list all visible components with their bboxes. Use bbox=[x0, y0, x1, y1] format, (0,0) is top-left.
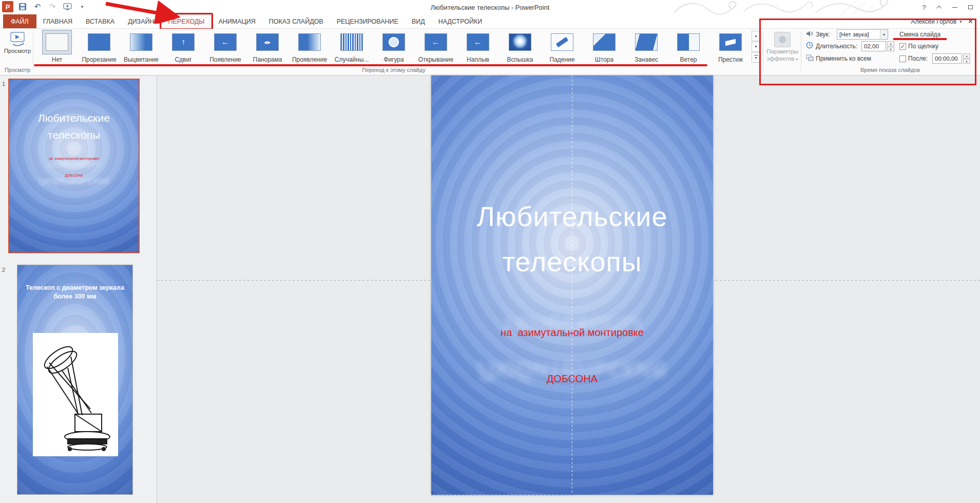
transition-curtains[interactable]: Занавес bbox=[625, 30, 667, 63]
duration-input[interactable]: 02,00 bbox=[861, 41, 886, 51]
tab-transitions[interactable]: ПЕРЕХОДЫ bbox=[161, 14, 212, 28]
transition-cut[interactable]: Прорезание bbox=[78, 30, 120, 63]
sound-select[interactable]: [Нет звука] ▾ bbox=[837, 29, 888, 40]
transition-wind[interactable]: Ветер bbox=[667, 30, 709, 63]
gallery-scroll-up-icon[interactable]: ▴ bbox=[752, 31, 760, 41]
transition-uncover[interactable]: ←Открывание bbox=[415, 30, 457, 63]
spin-up-icon[interactable]: ▴ bbox=[887, 41, 894, 46]
tab-file[interactable]: ФАЙЛ bbox=[3, 14, 36, 28]
preview-button[interactable]: Просмотр bbox=[4, 31, 31, 64]
current-slide[interactable]: Любительские телескопы на азимутальной м… bbox=[431, 76, 713, 495]
effect-options-icon bbox=[774, 32, 791, 47]
transition-cover-icon: ← bbox=[467, 33, 489, 51]
on-click-label: По щелчку bbox=[908, 43, 938, 50]
spin-down-icon[interactable]: ▾ bbox=[963, 59, 970, 64]
transition-wipe[interactable]: ←Появление bbox=[204, 30, 246, 63]
tab-insert[interactable]: ВСТАВКА bbox=[79, 14, 121, 28]
preview-group-label: Просмотр bbox=[3, 67, 32, 73]
transition-fade[interactable]: Выцветание bbox=[120, 30, 162, 63]
ribbon-display-options-icon[interactable] bbox=[933, 2, 946, 13]
transition-split[interactable]: ◂▸Панорама bbox=[246, 30, 289, 63]
transition-shape-icon bbox=[382, 33, 405, 51]
ribbon-tab-bar: ФАЙЛ ГЛАВНАЯ ВСТАВКА ДИЗАЙН ПЕРЕХОДЫ АНИ… bbox=[0, 14, 980, 29]
tab-view[interactable]: ВИД bbox=[405, 14, 432, 28]
group-separator bbox=[801, 32, 801, 71]
transition-flash-icon bbox=[509, 33, 531, 51]
transition-split-icon: ◂▸ bbox=[256, 33, 279, 51]
vertical-guide[interactable] bbox=[572, 76, 572, 495]
duration-label: Длительность: bbox=[816, 43, 857, 50]
transition-reveal[interactable]: Проявление bbox=[289, 30, 331, 63]
transition-none[interactable]: Нет bbox=[36, 30, 78, 63]
transition-flash[interactable]: Вспышка bbox=[499, 30, 541, 63]
apply-to-all-button[interactable]: Применить ко всем bbox=[806, 53, 871, 64]
office-background-ornament bbox=[672, 0, 908, 15]
spin-up-icon[interactable]: ▴ bbox=[963, 53, 970, 59]
sound-value: [Нет звука] bbox=[837, 31, 880, 38]
gallery-more-icon[interactable]: ▾ bbox=[752, 52, 760, 63]
after-checkbox[interactable] bbox=[899, 55, 906, 62]
transition-drape-icon bbox=[593, 33, 616, 51]
transition-fall-over-icon bbox=[551, 33, 573, 51]
slide1-title-line1: Любительские bbox=[9, 109, 139, 126]
transition-curtains-icon bbox=[635, 33, 658, 51]
transition-drape[interactable]: Штора bbox=[583, 30, 625, 63]
transition-random-bars[interactable]: Случайны... bbox=[331, 30, 373, 63]
slides-panel: 1 Любительские телескопы на азимутальной… bbox=[0, 76, 157, 503]
title-bar: P ↶ ↷ ▾ Любительские телескопы - PowerPo… bbox=[0, 0, 980, 14]
transition-shape[interactable]: Фигура bbox=[373, 30, 415, 63]
tab-home[interactable]: ГЛАВНАЯ bbox=[36, 14, 79, 28]
chevron-down-icon[interactable]: ▾ bbox=[959, 19, 962, 24]
after-time-spinner: ▴ ▾ bbox=[963, 53, 970, 64]
tab-addins[interactable]: НАДСТРОЙКИ bbox=[432, 14, 489, 28]
chevron-down-icon: ▾ bbox=[796, 57, 798, 62]
group-separator bbox=[33, 32, 33, 71]
on-click-checkbox[interactable]: ✓ bbox=[899, 43, 906, 50]
tab-slideshow[interactable]: ПОКАЗ СЛАЙДОВ bbox=[262, 14, 330, 28]
sound-icon bbox=[806, 30, 813, 39]
redo-icon[interactable]: ↷ bbox=[47, 1, 58, 12]
minimize-icon[interactable] bbox=[948, 2, 962, 13]
transition-push[interactable]: ↑Сдвиг bbox=[162, 30, 204, 63]
powerpoint-logo-icon: P bbox=[2, 1, 13, 12]
slide2-image-frame bbox=[33, 333, 118, 456]
on-click-checkbox-row[interactable]: ✓ По щелчку bbox=[899, 41, 938, 51]
tab-animations[interactable]: АНИМАЦИЯ bbox=[212, 14, 262, 28]
quick-access-toolbar: P ↶ ↷ ▾ bbox=[2, 1, 88, 12]
help-icon[interactable]: ? bbox=[917, 2, 931, 13]
maximize-icon[interactable] bbox=[964, 2, 977, 13]
transitions-group-label: Переход к этому слайду bbox=[36, 67, 752, 73]
slide2-thumbnail[interactable]: Телескоп с диаметром зеркала более 300 м… bbox=[17, 265, 133, 495]
after-time-input[interactable]: 00:00,00 bbox=[932, 53, 962, 64]
duration-spinner: ▴ ▾ bbox=[887, 41, 894, 51]
transition-fade-icon bbox=[130, 33, 152, 51]
slide1-thumbnail[interactable]: Любительские телескопы на азимутальной м… bbox=[8, 79, 140, 253]
start-slideshow-icon[interactable] bbox=[62, 1, 73, 12]
advance-slide-header: Смена слайда bbox=[899, 31, 940, 38]
effect-options-button[interactable]: Параметры эффектов ▾ bbox=[766, 31, 799, 71]
transition-prestige-icon bbox=[719, 33, 742, 51]
telescope-image bbox=[37, 337, 114, 452]
editor-canvas[interactable]: Любительские телескопы на азимутальной м… bbox=[157, 76, 980, 503]
transition-fall-over[interactable]: Падение bbox=[541, 30, 583, 63]
customize-qat-icon[interactable]: ▾ bbox=[76, 1, 88, 12]
save-icon[interactable] bbox=[17, 1, 28, 12]
gallery-scroll-down-icon[interactable]: ▾ bbox=[752, 42, 760, 52]
transition-gallery: Нет Прорезание Выцветание ↑Сдвиг ←Появле… bbox=[36, 30, 752, 63]
apply-to-all-icon bbox=[806, 54, 814, 63]
user-name[interactable]: Алексей Горлов bbox=[911, 18, 957, 25]
transition-uncover-icon: ← bbox=[425, 33, 447, 51]
transition-cover[interactable]: ←Наплыв bbox=[457, 30, 499, 63]
spin-down-icon[interactable]: ▾ bbox=[887, 47, 894, 52]
after-checkbox-row[interactable]: После: bbox=[899, 53, 928, 64]
tab-review[interactable]: РЕЦЕНЗИРОВАНИЕ bbox=[330, 14, 405, 28]
powerpoint-window: P ↶ ↷ ▾ Любительские телескопы - PowerPo… bbox=[0, 0, 980, 503]
tab-design[interactable]: ДИЗАЙН bbox=[121, 14, 161, 28]
transition-none-icon bbox=[46, 33, 68, 51]
close-icon[interactable]: × bbox=[965, 17, 976, 26]
transition-cut-icon bbox=[88, 33, 110, 51]
user-area: Алексей Горлов ▾ × bbox=[911, 14, 980, 28]
undo-icon[interactable]: ↶ bbox=[32, 1, 43, 12]
chevron-down-icon[interactable]: ▾ bbox=[880, 30, 888, 39]
transition-prestige[interactable]: Престиж bbox=[709, 30, 752, 63]
